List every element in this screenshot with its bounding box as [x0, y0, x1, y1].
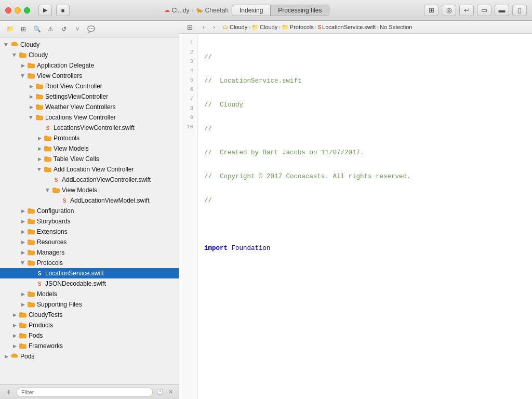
filter-clock-icon[interactable]: 🕐	[156, 388, 164, 396]
toggle-models[interactable]: ▶	[19, 290, 27, 298]
sidebar-item-cloudy-root[interactable]: ▶ Cloudy	[0, 39, 179, 50]
sidebar-item-pods-root[interactable]: ▶ Pods	[0, 351, 179, 362]
sidebar-item-resources[interactable]: ▶ Resources	[0, 237, 179, 247]
sidebar-item-storyboards[interactable]: ▶ Storyboards	[0, 216, 179, 227]
appdelegate-icon	[27, 61, 35, 70]
sidebar-item-addlocationvm-swift[interactable]: S AddLocationViewModel.swift	[0, 195, 179, 206]
traffic-lights	[5, 7, 30, 14]
svg-rect-22	[20, 334, 26, 338]
sidebar-item-viewmodels2[interactable]: ▶ View Models	[0, 185, 179, 195]
sidebar-folder-btn[interactable]: 📁	[4, 24, 16, 34]
toggle-supportingfiles[interactable]: ▶	[19, 300, 27, 309]
svg-rect-7	[45, 137, 51, 141]
sidebar-item-protocols1[interactable]: ▶ Protocols	[0, 133, 179, 143]
sidebar-item-viewcontrollers[interactable]: ▶ View Controllers	[0, 71, 179, 81]
breadcrumb-cloudy2[interactable]: 📁 Cloudy	[251, 24, 277, 31]
sidebar-item-tableviewcells[interactable]: ▶ Table View Cells	[0, 154, 179, 164]
toggle-cloudy-root[interactable]: ▶	[2, 41, 10, 49]
toggle-viewmodels1[interactable]: ▶	[35, 144, 44, 153]
sidebar-item-models[interactable]: ▶ Models	[0, 289, 179, 299]
toggle-products[interactable]: ▶	[10, 321, 19, 329]
processing-tab[interactable]: Processing files	[271, 5, 329, 16]
sidebar-item-pods-folder[interactable]: ▶ Pods	[0, 330, 179, 341]
weathervc-icon	[35, 103, 44, 111]
sidebar-item-frameworks[interactable]: ▶ Frameworks	[0, 341, 179, 351]
filter-x-icon[interactable]: ✕	[166, 388, 175, 396]
sidebar-item-cloudytests[interactable]: ▶ CloudyTests	[0, 310, 179, 320]
toggle-protocols1[interactable]: ▶	[35, 134, 44, 142]
panel-toggle-btn[interactable]: ▭	[477, 5, 491, 16]
add-file-button[interactable]: +	[4, 388, 14, 397]
breadcrumb-forward-button[interactable]: ›	[209, 22, 219, 32]
sidebar-item-extensions[interactable]: ▶ Extensions	[0, 227, 179, 237]
sidebar-item-rootvc[interactable]: ▶ Root View Controller	[0, 81, 179, 91]
sidebar-branch-btn[interactable]: ⑂	[72, 24, 83, 34]
line-num-1: 1	[179, 38, 197, 47]
toggle-cloudy[interactable]: ▶	[10, 51, 19, 59]
breadcrumb-back-button[interactable]: ‹	[199, 22, 208, 32]
breadcrumb-cloudy1-label: Cloudy	[230, 24, 247, 30]
close-button[interactable]	[5, 7, 11, 14]
toggle-pods-folder[interactable]: ▶	[10, 331, 19, 340]
extensions-label: Extensions	[37, 228, 68, 235]
toggle-appdelegate[interactable]: ▶	[19, 61, 27, 70]
toggle-extensions[interactable]: ▶	[19, 228, 27, 236]
toggle-weathervc[interactable]: ▶	[27, 103, 35, 111]
maximize-button[interactable]	[24, 7, 30, 14]
toggle-frameworks[interactable]: ▶	[10, 342, 19, 350]
stop-button[interactable]: ■	[56, 5, 70, 16]
sidebar-speech-btn[interactable]: 💬	[85, 24, 97, 34]
toggle-storyboards[interactable]: ▶	[19, 217, 27, 225]
panel-toggle-btn3[interactable]: ▯	[512, 5, 527, 16]
toggle-rootvc[interactable]: ▶	[27, 82, 35, 90]
toggle-viewmodels2[interactable]: ▶	[44, 186, 52, 194]
weathervc-label: Weather View Controllers	[45, 103, 116, 111]
sidebar-item-appdelegate[interactable]: ▶ Application Delegate	[0, 60, 179, 71]
sidebar-item-jsondecodable[interactable]: S JSONDecodable.swift	[0, 278, 179, 289]
filter-input[interactable]	[17, 388, 153, 397]
toggle-tableviewcells[interactable]: ▶	[35, 155, 44, 163]
minimize-button[interactable]	[15, 7, 21, 14]
breadcrumb-noselection[interactable]: No Selection	[380, 24, 412, 30]
sidebar-item-locationservice[interactable]: S LocationService.swift	[0, 268, 179, 278]
code-content[interactable]: // // LocationService.swift // Cloudy //…	[198, 34, 532, 399]
sidebar-item-addlocationvc[interactable]: ▶ Add Location View Controller	[0, 164, 179, 175]
sidebar-item-locationsvc[interactable]: ▶ Locations View Controller	[0, 112, 179, 123]
sidebar-item-products[interactable]: ▶ Products	[0, 320, 179, 330]
breadcrumb-cloudy1[interactable]: 🗂 Cloudy	[223, 24, 247, 30]
sidebar-item-weathervc[interactable]: ▶ Weather View Controllers	[0, 102, 179, 112]
sidebar-search-btn[interactable]: 🔍	[31, 24, 43, 34]
toggle-configuration[interactable]: ▶	[19, 207, 27, 215]
sidebar-hierarchy-btn[interactable]: ⊞	[18, 24, 29, 34]
toggle-locationsvc[interactable]: ▶	[27, 113, 35, 122]
breadcrumb-protocols[interactable]: 📁 Protocols	[282, 24, 314, 31]
sidebar-item-cloudy[interactable]: ▶ Cloudy	[0, 50, 179, 60]
toggle-protocols-main[interactable]: ▶	[19, 259, 27, 267]
toggle-settingsvc[interactable]: ▶	[27, 92, 35, 101]
nav-back-btn[interactable]: ↩	[459, 5, 474, 16]
sidebar-undo-btn[interactable]: ↺	[58, 24, 70, 34]
panel-toggle-btn2[interactable]: ▬	[495, 5, 509, 16]
sidebar-item-addlocationvc-swift[interactable]: S AddLocationViewController.swift	[0, 175, 179, 185]
sidebar-item-configuration[interactable]: ▶ Configuration	[0, 206, 179, 216]
breadcrumb-locationservice[interactable]: S LocationService.swift	[317, 24, 376, 30]
toggle-pods-root[interactable]: ▶	[2, 352, 10, 361]
toggle-viewcontrollers[interactable]: ▶	[19, 72, 27, 80]
toggle-managers[interactable]: ▶	[19, 248, 27, 257]
sidebar-item-managers[interactable]: ▶ Managers	[0, 247, 179, 258]
toggle-resources[interactable]: ▶	[19, 238, 27, 246]
sidebar-item-locationsvc-swift[interactable]: S LocationsViewController.swift	[0, 123, 179, 133]
sidebar-item-settingsvc[interactable]: ▶ SettingsViewController	[0, 91, 179, 102]
sidebar-item-protocols-main[interactable]: ▶ Protocols	[0, 258, 179, 268]
toggle-cloudytests[interactable]: ▶	[10, 311, 19, 319]
sidebar-warning-btn[interactable]: ⚠	[45, 24, 56, 34]
editor-grid-button[interactable]: ⊞	[183, 22, 196, 32]
editor-toggle-btn[interactable]: ⊞	[424, 5, 438, 16]
toggle-addlocationvc[interactable]: ▶	[35, 165, 44, 174]
sidebar-item-supportingfiles[interactable]: ▶ Supporting Files	[0, 299, 179, 310]
viewmodels2-label: View Models	[62, 187, 97, 194]
play-button[interactable]: ▶	[38, 5, 52, 16]
indexing-tab[interactable]: Indexing	[232, 5, 271, 16]
inspector-toggle-btn[interactable]: ◎	[442, 5, 456, 16]
sidebar-item-viewmodels1[interactable]: ▶ View Models	[0, 143, 179, 154]
